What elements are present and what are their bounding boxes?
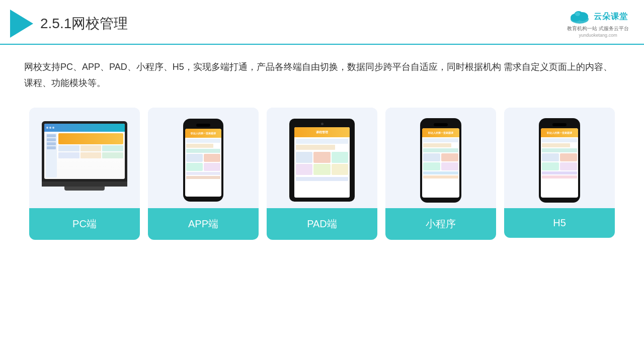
description-line: 网校支持PC、APP、PAD、小程序、H5，实现多端打通，产品各终端自由切换，数… [24, 62, 612, 88]
app-phone-mockup: 职达人的第一堂刷题课 [183, 119, 223, 202]
card-miniprogram: 职达人的第一堂刷题课 [385, 108, 496, 240]
logo-name: 云朵课堂 [594, 12, 628, 22]
cloud-logo-icon [569, 9, 591, 24]
logo-cloud: 云朵课堂 [569, 9, 628, 24]
logo-area: 云朵课堂 教育机构一站 式服务云平台 yunduoketang.com [567, 9, 629, 38]
pc-monitor-mockup [42, 121, 127, 199]
page-header: 2.5.1网校管理 云朵课堂 教育机构一站 式服务云平台 yunduoketan… [0, 0, 644, 45]
card-pad-image: 课程管理 [267, 108, 377, 208]
card-pc-label: PC端 [29, 208, 140, 240]
card-app-image: 职达人的第一堂刷题课 [148, 108, 259, 208]
logo-tagline: 教育机构一站 式服务云平台 [567, 25, 629, 32]
card-app: 职达人的第一堂刷题课 [148, 108, 259, 240]
page-title: 2.5.1网校管理 [40, 14, 128, 33]
card-h5: 职达人的第一堂刷题课 [504, 108, 615, 238]
card-h5-image: 职达人的第一堂刷题课 [504, 108, 615, 208]
play-icon [10, 10, 33, 38]
card-pad-label: PAD端 [267, 208, 377, 240]
svg-point-4 [575, 12, 580, 16]
logo-url: yunduoketang.com [579, 33, 617, 38]
title-main: 网校管理 [71, 16, 128, 31]
card-pc-image [29, 108, 140, 208]
header-left: 2.5.1网校管理 [10, 10, 128, 38]
card-miniprogram-image: 职达人的第一堂刷题课 [385, 108, 496, 208]
miniprogram-phone-mockup: 职达人的第一堂刷题课 [420, 118, 461, 203]
platform-cards-grid: PC端 职达人的第一堂刷题课 [24, 108, 620, 240]
pad-tablet-mockup: 课程管理 [289, 119, 355, 202]
h5-phone-mockup: 职达人的第一堂刷题课 [539, 118, 580, 203]
card-miniprogram-label: 小程序 [385, 208, 496, 240]
description-text: 网校支持PC、APP、PAD、小程序、H5，实现多端打通，产品各终端自由切换，数… [24, 59, 620, 92]
card-app-label: APP端 [148, 208, 259, 240]
main-content: 网校支持PC、APP、PAD、小程序、H5，实现多端打通，产品各终端自由切换，数… [0, 45, 644, 250]
title-prefix: 2.5.1 [40, 16, 71, 31]
card-pad: 课程管理 [267, 108, 377, 240]
card-h5-label: H5 [504, 208, 615, 238]
card-pc: PC端 [29, 108, 140, 240]
